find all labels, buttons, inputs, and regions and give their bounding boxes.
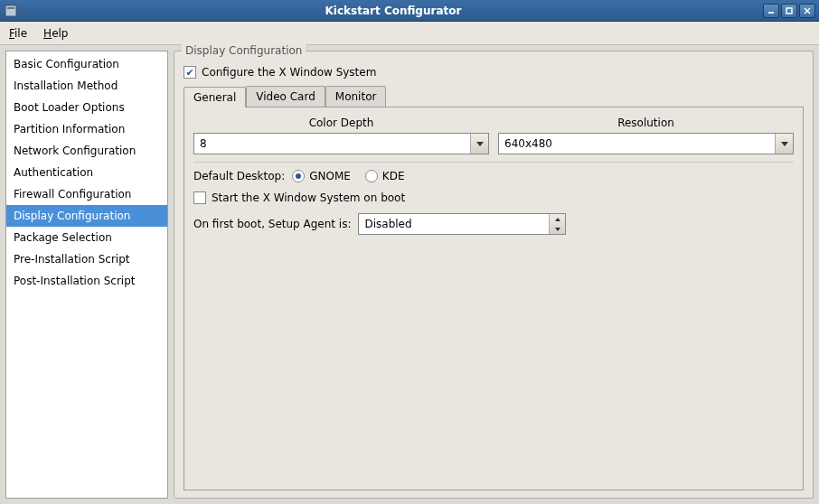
sidebar-item-package-selection[interactable]: Package Selection	[6, 227, 167, 248]
svg-rect-0	[5, 5, 16, 16]
start-x-boot-row: Start the X Window System on boot	[193, 191, 794, 204]
titlebar: Kickstart Configurator	[0, 0, 819, 22]
sidebar-item-authentication[interactable]: Authentication	[6, 162, 167, 183]
menu-help-rest: elp	[52, 27, 68, 40]
default-desktop-label: Default Desktop:	[193, 170, 285, 182]
content-area: Basic Configuration Installation Method …	[0, 45, 819, 504]
menu-help[interactable]: Help	[40, 24, 71, 42]
display-configuration-group: Display Configuration Configure the X Wi…	[174, 51, 814, 499]
desktop-gnome-label: GNOME	[309, 170, 351, 182]
configure-x-row: Configure the X Window System	[184, 66, 804, 79]
desktop-kde-radio[interactable]	[365, 170, 378, 182]
color-depth-value[interactable]: 8	[194, 134, 470, 154]
color-depth-combo[interactable]: 8	[193, 133, 489, 154]
color-depth-header: Color Depth	[193, 117, 489, 129]
start-x-boot-checkbox[interactable]	[193, 191, 206, 204]
tab-general[interactable]: General	[184, 87, 246, 107]
svg-rect-3	[786, 8, 792, 14]
setup-agent-up[interactable]	[550, 214, 565, 224]
sidebar-item-partition-information[interactable]: Partition Information	[6, 118, 167, 140]
sidebar: Basic Configuration Installation Method …	[5, 51, 168, 499]
sidebar-item-boot-loader-options[interactable]: Boot Loader Options	[6, 97, 167, 118]
menu-file[interactable]: File	[5, 24, 31, 42]
setup-agent-value[interactable]: Disabled	[359, 214, 549, 234]
configure-x-checkbox[interactable]	[184, 66, 196, 79]
window-controls	[763, 4, 815, 18]
separator	[193, 162, 794, 163]
resolution-header: Resolution	[498, 117, 794, 129]
desktop-gnome-option[interactable]: GNOME	[292, 170, 351, 182]
setup-agent-label: On first boot, Setup Agent is:	[193, 218, 351, 230]
minimize-button[interactable]	[763, 4, 779, 18]
desktop-radio-group: GNOME KDE	[292, 170, 404, 182]
window-title: Kickstart Configurator	[24, 5, 763, 17]
desktop-kde-option[interactable]: KDE	[365, 170, 405, 182]
combo-headers: Color Depth Resolution	[193, 117, 794, 129]
tab-panel-general: Color Depth Resolution 8 640x480 Defaul	[184, 107, 804, 490]
desktop-kde-label: KDE	[382, 170, 405, 182]
color-depth-dropdown-button[interactable]	[470, 134, 488, 154]
resolution-dropdown-button[interactable]	[775, 134, 793, 154]
svg-rect-1	[7, 7, 14, 9]
setup-agent-down[interactable]	[550, 224, 565, 234]
desktop-gnome-radio[interactable]	[292, 170, 305, 182]
tab-strip: General Video Card Monitor	[184, 86, 804, 107]
configure-x-label: Configure the X Window System	[202, 66, 376, 79]
sidebar-item-display-configuration[interactable]: Display Configuration	[6, 205, 167, 227]
menubar: File Help	[0, 22, 819, 45]
app-icon	[4, 4, 18, 18]
setup-agent-row: On first boot, Setup Agent is: Disabled	[193, 213, 794, 235]
resolution-combo[interactable]: 640x480	[498, 133, 794, 154]
default-desktop-row: Default Desktop: GNOME KDE	[193, 170, 794, 182]
tab-video-card[interactable]: Video Card	[246, 86, 325, 107]
close-button[interactable]	[799, 4, 815, 18]
sidebar-item-basic-configuration[interactable]: Basic Configuration	[6, 53, 167, 75]
menu-file-rest: ile	[14, 27, 27, 40]
start-x-boot-label: Start the X Window System on boot	[212, 191, 405, 204]
setup-agent-spinner	[549, 214, 565, 234]
sidebar-item-pre-installation-script[interactable]: Pre-Installation Script	[6, 248, 167, 270]
group-title: Display Configuration	[182, 44, 306, 57]
main-panel: Display Configuration Configure the X Wi…	[174, 51, 814, 499]
sidebar-item-firewall-configuration[interactable]: Firewall Configuration	[6, 183, 167, 205]
combo-row: 8 640x480	[193, 133, 794, 154]
tab-monitor[interactable]: Monitor	[325, 86, 387, 107]
sidebar-item-post-installation-script[interactable]: Post-Installation Script	[6, 270, 167, 292]
resolution-value[interactable]: 640x480	[499, 134, 775, 154]
sidebar-item-installation-method[interactable]: Installation Method	[6, 75, 167, 97]
sidebar-item-network-configuration[interactable]: Network Configuration	[6, 140, 167, 162]
setup-agent-select[interactable]: Disabled	[358, 213, 566, 235]
maximize-button[interactable]	[781, 4, 797, 18]
